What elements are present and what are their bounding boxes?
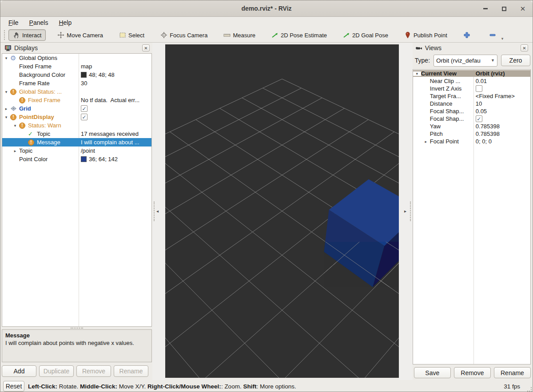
property-value[interactable]: 10 [476,100,482,107]
property-value[interactable]: 0.785398 [476,131,500,137]
property-row-pointdisplay[interactable]: ▾!PointDisplay✓ [2,113,151,121]
rename-view-button[interactable]: Rename [494,367,531,378]
select-tool-button[interactable]: Select [115,29,149,41]
property-value[interactable]: Orbit (rviz) [476,70,505,77]
views-close-button[interactable]: ✕ [521,44,528,51]
interact-tool-button[interactable]: Interact [8,29,46,41]
checkbox[interactable]: ✓ [81,114,88,120]
property-row-distance[interactable]: Distance10 [413,100,530,107]
property-row-topic[interactable]: ✓Topic17 messages received [2,130,151,138]
checkbox[interactable]: ✓ [81,105,88,112]
expanded-arrow-icon[interactable]: ▾ [2,115,10,119]
tool-label: Focus Camera [170,32,207,39]
property-value[interactable]: map [81,63,92,70]
menu-file[interactable]: File [5,18,22,27]
maximize-icon [502,7,506,11]
property-name: Message [37,139,60,146]
toolbar-drag-handle[interactable] [4,30,7,40]
warning-icon: ! [19,97,25,103]
property-value[interactable]: I will complain about ... [81,139,139,146]
property-row-topic[interactable]: ▸Topic/point [2,147,151,155]
color-swatch [81,72,87,78]
property-row-focal-point[interactable]: ▸Focal Point0; 0; 0 [413,138,530,145]
property-value[interactable]: 30 [81,80,87,87]
property-row-grid[interactable]: ▸Grid✓ [2,104,151,113]
property-row-focal-shap[interactable]: Focal Shap...✓ [413,115,530,123]
property-value[interactable]: 48; 48; 48 [89,71,115,78]
collapsed-arrow-icon[interactable]: ▸ [11,149,19,153]
selection-box-icon [119,32,126,39]
save-view-button[interactable]: Save [414,367,451,378]
resize-grip-icon[interactable] [527,387,532,392]
add-display-button[interactable]: Add [2,365,36,377]
property-row-pitch[interactable]: Pitch0.785398 [413,130,530,138]
render-viewport[interactable] [165,43,399,380]
remove-view-button[interactable]: Remove [454,367,491,378]
remove-tool-button[interactable] [485,29,501,41]
property-row-fixed-frame[interactable]: !Fixed FrameNo tf data. Actual err... [2,96,151,104]
menu-help[interactable]: Help [55,18,75,27]
property-row-current-view[interactable]: ▾Current ViewOrbit (rviz) [413,70,530,77]
splitter-handle[interactable] [154,202,155,221]
displays-panel-header[interactable]: Displays ✕ [2,43,152,53]
displays-close-button[interactable]: ✕ [142,44,150,51]
property-value[interactable]: 17 messages received [81,131,139,137]
property-row-fixed-frame[interactable]: Fixed Framemap [2,62,151,71]
property-row-yaw[interactable]: Yaw0.785398 [413,123,530,130]
property-value[interactable]: 0.05 [476,108,487,115]
left-panel-splitter[interactable]: ◂ [152,43,165,380]
menu-panels[interactable]: Panels [26,18,52,27]
collapse-right-icon[interactable]: ▸ [404,209,406,214]
grid-icon [10,105,17,112]
property-row-status-warn[interactable]: ▾!Status: Warn [2,121,151,130]
pose-estimate-tool-button[interactable]: 2D Pose Estimate [267,29,331,41]
property-value[interactable]: 0.01 [476,78,487,84]
chevron-down-icon: ▼ [491,58,495,63]
property-row-global-status[interactable]: ▾!Global Status: ... [2,87,151,96]
collapsed-arrow-icon[interactable]: ▸ [422,139,430,144]
measure-tool-button[interactable]: Measure [219,29,260,41]
expanded-arrow-icon[interactable]: ▾ [11,123,19,128]
property-row-target-fra[interactable]: Target Fra...<Fixed Frame> [413,92,530,100]
property-value[interactable]: 36; 64; 142 [89,156,118,162]
view-type-dropdown[interactable]: Orbit (rviz_defau ▼ [434,55,497,67]
focus-camera-tool-button[interactable]: Focus Camera [156,29,212,41]
property-row-invert-z-axis[interactable]: Invert Z Axis [413,85,530,92]
toolbar-overflow-icon[interactable]: ▾ [501,36,504,41]
3d-scene[interactable] [165,44,399,378]
close-button[interactable]: ✕ [519,5,526,12]
expanded-arrow-icon[interactable]: ▾ [2,90,10,94]
minimize-button[interactable] [482,5,489,12]
zero-button[interactable]: Zero [501,55,530,66]
views-panel-header[interactable]: Views ✕ [413,43,531,53]
publish-point-tool-button[interactable]: Publish Point [400,29,452,41]
color-swatch [81,156,87,162]
collapsed-arrow-icon[interactable]: ▸ [2,107,10,111]
property-row-global-options[interactable]: ▾⚙Global Options [2,54,151,62]
property-row-near-clip[interactable]: Near Clip ...0.01 [413,77,530,85]
maximize-button[interactable] [501,5,508,12]
goal-pose-tool-button[interactable]: 2D Goal Pose [338,29,393,41]
checkbox[interactable] [476,85,482,92]
expanded-arrow-icon[interactable]: ▾ [2,56,10,60]
mouse-help-text: Left-Click: Rotate. Middle-Click: Move X… [28,383,530,390]
property-value[interactable]: <Fixed Frame> [476,93,515,99]
add-tool-button[interactable] [459,29,475,41]
property-value[interactable]: 0; 0; 0 [476,138,492,145]
collapse-left-icon[interactable]: ◂ [156,209,159,214]
property-row-message[interactable]: !MessageI will complain about ... [2,138,151,147]
property-value[interactable]: /point [81,147,95,154]
move-camera-tool-button[interactable]: Move Camera [53,29,107,41]
right-panel-splitter[interactable]: ▸ [399,43,413,380]
property-value[interactable]: 0.785398 [476,123,500,130]
checkbox[interactable]: ✓ [476,115,482,122]
property-row-background-color[interactable]: Background Color48; 48; 48 [2,71,151,79]
reset-button[interactable]: Reset [3,381,24,392]
property-row-focal-shap[interactable]: Focal Shap...0.05 [413,107,530,115]
property-row-frame-rate[interactable]: Frame Rate30 [2,79,151,87]
property-value[interactable]: No tf data. Actual err... [81,97,139,103]
move-icon [57,32,64,39]
splitter-handle[interactable] [410,202,411,221]
property-row-point-color[interactable]: Point Color36; 64; 142 [2,155,151,163]
expanded-arrow-icon[interactable]: ▾ [413,71,421,76]
